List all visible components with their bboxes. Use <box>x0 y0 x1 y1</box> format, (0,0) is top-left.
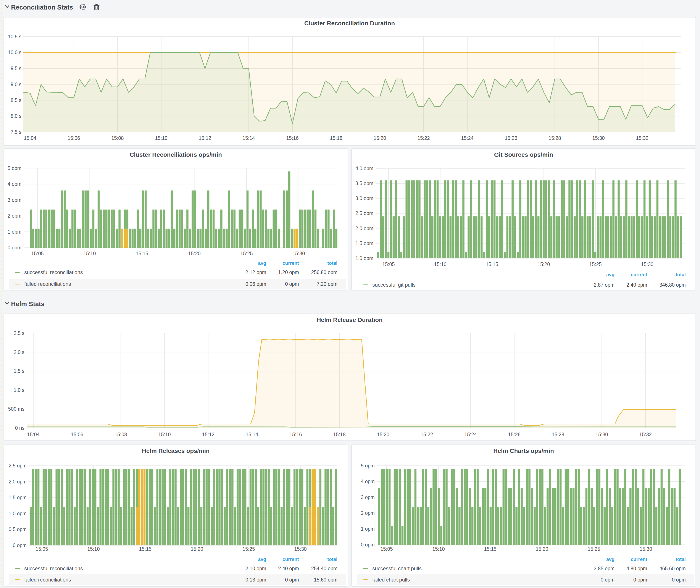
svg-text:15:25: 15:25 <box>242 546 255 552</box>
svg-text:total: total <box>676 557 686 562</box>
svg-text:5 opm: 5 opm <box>361 463 375 468</box>
svg-text:failed chart pulls: failed chart pulls <box>372 577 410 583</box>
svg-text:500 ms: 500 ms <box>8 406 24 412</box>
svg-text:15:15: 15:15 <box>484 546 497 552</box>
svg-text:465.60 opm: 465.60 opm <box>660 566 686 571</box>
svg-text:15:10: 15:10 <box>83 251 96 256</box>
svg-text:avg: avg <box>606 557 615 562</box>
svg-text:2.0 opm: 2.0 opm <box>9 479 27 485</box>
svg-text:15:15: 15:15 <box>486 262 498 267</box>
svg-text:15:14: 15:14 <box>242 135 255 141</box>
svg-text:15:14: 15:14 <box>246 432 258 437</box>
svg-text:failed reconciliations: failed reconciliations <box>24 281 71 287</box>
svg-text:15:18: 15:18 <box>333 432 346 437</box>
svg-text:15:05: 15:05 <box>31 251 44 256</box>
svg-text:15:28: 15:28 <box>548 135 561 141</box>
svg-text:15:24: 15:24 <box>461 135 474 141</box>
svg-text:2.87 opm: 2.87 opm <box>594 282 615 288</box>
svg-text:Git Sources ops/min: Git Sources ops/min <box>494 151 553 158</box>
svg-text:254.40 opm: 254.40 opm <box>311 566 337 571</box>
svg-text:2.0 opm: 2.0 opm <box>355 226 373 231</box>
svg-text:Helm Stats: Helm Stats <box>11 300 45 307</box>
svg-text:15:20: 15:20 <box>536 546 548 552</box>
svg-text:15:30: 15:30 <box>640 546 652 552</box>
svg-text:15:15: 15:15 <box>136 251 148 256</box>
svg-text:15:20: 15:20 <box>377 432 389 437</box>
svg-text:total: total <box>676 272 686 277</box>
svg-text:avg: avg <box>258 557 266 562</box>
svg-text:4.0 opm: 4.0 opm <box>355 166 373 171</box>
svg-text:1.5 opm: 1.5 opm <box>9 495 27 500</box>
svg-text:15:26: 15:26 <box>508 432 521 437</box>
svg-text:1.0 s: 1.0 s <box>14 387 24 393</box>
svg-text:0 opm: 0 opm <box>285 281 299 287</box>
svg-text:0 opm: 0 opm <box>13 543 27 548</box>
svg-text:10.5 s: 10.5 s <box>8 34 21 39</box>
svg-text:15:12: 15:12 <box>199 135 211 141</box>
svg-text:successful git pulls: successful git pulls <box>372 282 416 288</box>
svg-text:successful reconciliations: successful reconciliations <box>24 565 83 571</box>
svg-text:0.06 opm: 0.06 opm <box>245 281 266 287</box>
svg-text:15:10: 15:10 <box>432 546 445 552</box>
svg-text:total: total <box>327 557 337 562</box>
svg-text:15:10: 15:10 <box>87 546 100 552</box>
svg-text:1 opm: 1 opm <box>361 526 375 532</box>
svg-text:1.5 opm: 1.5 opm <box>355 241 373 246</box>
svg-text:2.5 opm: 2.5 opm <box>9 463 27 468</box>
svg-text:3.85 opm: 3.85 opm <box>594 566 615 571</box>
svg-text:1.5 s: 1.5 s <box>14 368 24 374</box>
svg-text:15:32: 15:32 <box>639 432 652 437</box>
svg-text:2.12 opm: 2.12 opm <box>245 270 266 275</box>
svg-text:current: current <box>631 557 647 562</box>
svg-text:4 opm: 4 opm <box>8 181 21 187</box>
svg-text:15:20: 15:20 <box>191 546 203 552</box>
svg-text:15:32: 15:32 <box>636 135 648 141</box>
svg-text:5 opm: 5 opm <box>8 165 21 171</box>
svg-text:15:10: 15:10 <box>155 135 168 141</box>
svg-text:current: current <box>282 260 299 266</box>
svg-text:Helm Charts ops/min: Helm Charts ops/min <box>493 447 554 454</box>
svg-text:2 opm: 2 opm <box>8 213 21 219</box>
svg-text:0 opm: 0 opm <box>8 245 21 250</box>
svg-text:15:10: 15:10 <box>434 262 447 267</box>
svg-text:avg: avg <box>606 272 615 277</box>
svg-text:1.0 opm: 1.0 opm <box>355 255 373 261</box>
svg-text:346.80 opm: 346.80 opm <box>660 282 686 288</box>
svg-text:15:20: 15:20 <box>537 262 550 267</box>
svg-text:256.80 opm: 256.80 opm <box>311 270 337 275</box>
svg-text:total: total <box>327 260 337 266</box>
svg-text:0 opm: 0 opm <box>672 577 686 583</box>
svg-text:15:28: 15:28 <box>552 432 564 437</box>
svg-text:3 opm: 3 opm <box>361 494 375 500</box>
svg-text:15:05: 15:05 <box>35 546 48 552</box>
svg-text:7.5 s: 7.5 s <box>11 129 21 135</box>
svg-text:15:15: 15:15 <box>139 546 152 552</box>
svg-text:current: current <box>282 557 299 562</box>
svg-text:10.0 s: 10.0 s <box>8 50 21 55</box>
svg-text:Cluster Reconciliations ops/mi: Cluster Reconciliations ops/min <box>130 151 222 158</box>
svg-text:15:06: 15:06 <box>68 135 80 141</box>
svg-text:15:30: 15:30 <box>641 262 653 267</box>
svg-text:avg: avg <box>258 260 266 266</box>
svg-text:0 opm: 0 opm <box>361 542 375 548</box>
svg-text:successful chart pulls: successful chart pulls <box>372 565 422 571</box>
svg-text:4.80 opm: 4.80 opm <box>626 566 647 571</box>
svg-text:15:30: 15:30 <box>595 432 608 437</box>
svg-text:0 opm: 0 opm <box>285 577 299 583</box>
svg-text:2.5 s: 2.5 s <box>14 330 24 336</box>
svg-text:15:30: 15:30 <box>294 546 307 552</box>
svg-text:2.40 opm: 2.40 opm <box>626 282 647 288</box>
svg-text:15:06: 15:06 <box>71 432 83 437</box>
svg-text:1 opm: 1 opm <box>8 229 21 235</box>
svg-text:15:25: 15:25 <box>588 546 600 552</box>
svg-text:15:12: 15:12 <box>202 432 215 437</box>
svg-text:15:05: 15:05 <box>380 546 393 552</box>
svg-text:15:08: 15:08 <box>115 432 127 437</box>
svg-text:Helm Releases ops/min: Helm Releases ops/min <box>142 447 210 454</box>
svg-text:15:16: 15:16 <box>289 432 302 437</box>
svg-text:1.20 opm: 1.20 opm <box>278 270 299 275</box>
svg-text:15:22: 15:22 <box>417 135 430 141</box>
svg-text:8.0 s: 8.0 s <box>11 113 21 119</box>
svg-text:15:08: 15:08 <box>111 135 124 141</box>
svg-text:15:22: 15:22 <box>421 432 433 437</box>
